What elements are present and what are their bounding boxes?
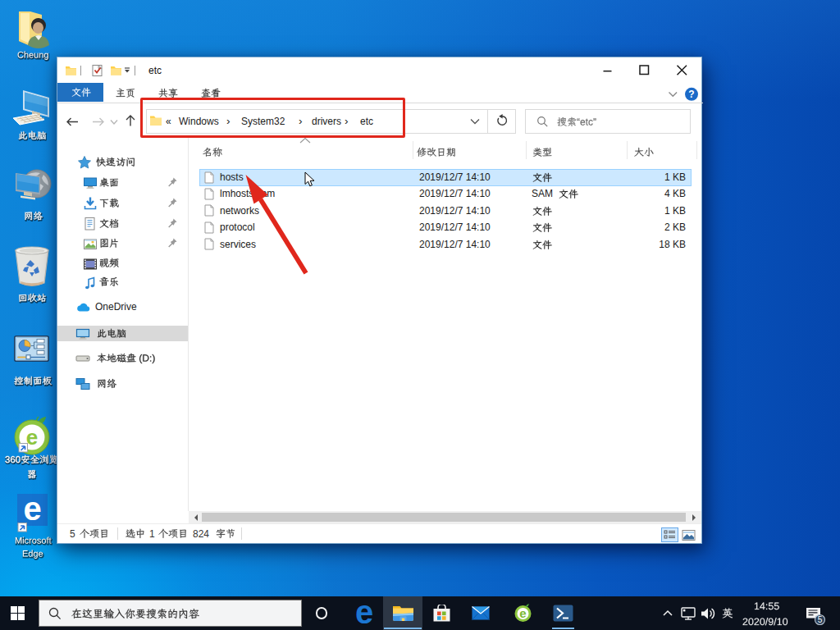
svg-text:?: ? [688,89,694,100]
svg-text:5: 5 [818,615,823,624]
svg-text:e: e [519,606,526,620]
svg-text:e: e [23,493,41,527]
